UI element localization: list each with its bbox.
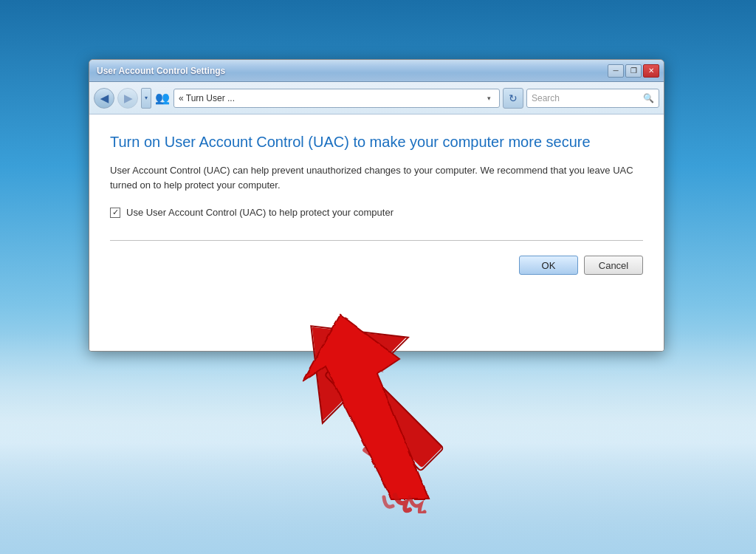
svg-rect-5 [368, 442, 398, 476]
uac-checkbox-label: Use User Account Control (UAC) to help p… [126, 207, 394, 218]
svg-rect-0 [328, 353, 443, 468]
cancel-button[interactable]: Cancel [584, 256, 643, 275]
content-area: Turn on User Account Control (UAC) to ma… [89, 114, 664, 351]
forward-button[interactable]: ▶ [117, 88, 138, 109]
title-bar: User Account Control Settings ─ ❐ ✕ [89, 60, 664, 82]
back-button[interactable]: ◀ [94, 88, 114, 109]
history-dropdown[interactable]: ▾ [141, 88, 151, 109]
divider [110, 240, 643, 241]
svg-rect-6 [371, 435, 412, 471]
breadcrumb-bar: « Turn User ... ▾ [173, 89, 500, 108]
restore-button[interactable]: ❐ [625, 64, 642, 78]
refresh-button[interactable]: ↻ [503, 88, 523, 109]
ok-button[interactable]: OK [519, 256, 578, 275]
button-row: OK Cancel [110, 250, 643, 279]
breadcrumb-text: « Turn User ... [179, 93, 480, 103]
uac-checkbox-row: ✓ Use User Account Control (UAC) to help… [110, 207, 643, 218]
back-icon: ◀ [100, 92, 109, 104]
dropdown-icon: ▾ [145, 95, 148, 101]
forward-icon: ▶ [124, 92, 132, 104]
navigation-bar: ◀ ▶ ▾ 👥 « Turn User ... ▾ ↻ Search 🔍 [89, 82, 664, 114]
uac-checkbox[interactable]: ✓ [110, 208, 120, 218]
description-text: User Account Control (UAC) can help prev… [110, 163, 643, 192]
window-title: User Account Control Settings [97, 66, 225, 76]
minimize-button[interactable]: ─ [608, 64, 624, 78]
main-window: User Account Control Settings ─ ❐ ✕ ◀ ▶ … [89, 59, 664, 352]
breadcrumb-dropdown-button[interactable]: ▾ [483, 90, 495, 106]
users-icon: 👥 [154, 90, 171, 106]
page-title: Turn on User Account Control (UAC) to ma… [110, 132, 643, 151]
title-bar-buttons: ─ ❐ ✕ [608, 64, 659, 78]
search-field[interactable]: Search 🔍 [526, 89, 659, 108]
search-icon: 🔍 [643, 93, 654, 103]
refresh-icon: ↻ [509, 92, 518, 104]
svg-rect-2 [325, 352, 444, 471]
svg-rect-4 [362, 445, 402, 476]
search-placeholder-text: Search [532, 93, 643, 103]
close-button[interactable]: ✕ [643, 64, 659, 78]
